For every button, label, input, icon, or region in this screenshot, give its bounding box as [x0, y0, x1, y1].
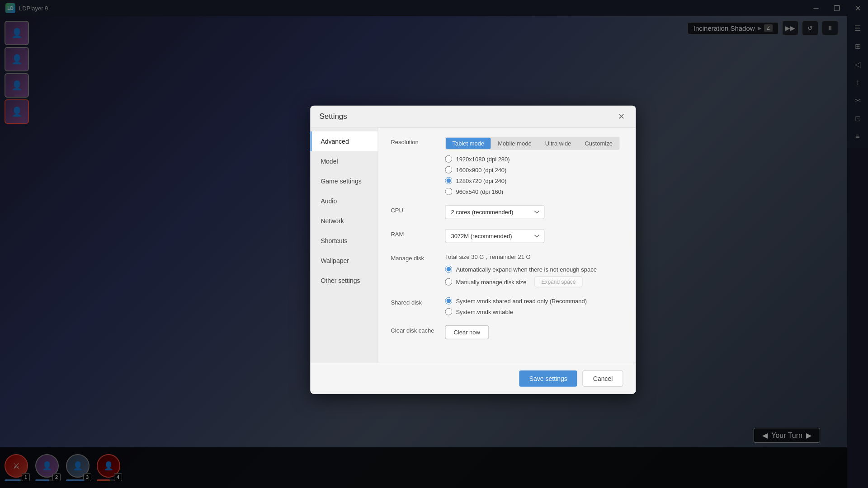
ram-row: RAM 1024M 2048M 3072M (recommended) 4096… — [391, 229, 623, 243]
manual-manage-option[interactable]: Manually manage disk size — [445, 278, 526, 286]
system-writable-radio[interactable] — [445, 308, 452, 315]
resolution-option-1280[interactable]: 1280x720 (dpi 240) — [445, 177, 623, 184]
dialog-title: Settings — [319, 112, 347, 121]
resolution-label-1920: 868x488 (dpi 280) — [456, 155, 509, 162]
dialog-content: Resolution Tablet mode Mobile mode Ultra… — [378, 128, 636, 363]
shared-disk-row: Shared disk System.vmdk shared and read … — [391, 297, 623, 315]
clear-disk-control: Clear now — [445, 325, 623, 339]
ram-select[interactable]: 1024M 2048M 3072M (recommended) 4096M — [445, 229, 544, 243]
dialog-close-button[interactable]: ✕ — [616, 111, 627, 122]
system-readonly-radio[interactable] — [445, 297, 452, 305]
settings-dialog: Settings ✕ Advanced Model Game settings … — [310, 106, 636, 394]
auto-expand-label: Automatically expand when there is not e… — [456, 266, 596, 272]
resolution-label: Resolution — [391, 137, 445, 145]
ram-control: 1024M 2048M 3072M (recommended) 4096M — [445, 229, 623, 243]
auto-expand-radio[interactable] — [445, 266, 452, 273]
nav-item-audio[interactable]: Audio — [310, 191, 377, 211]
tab-customize[interactable]: Customize — [578, 138, 618, 149]
clear-disk-label: Clear disk cache — [391, 325, 445, 334]
resolution-radio-1920[interactable] — [445, 155, 452, 163]
ram-label: RAM — [391, 229, 445, 238]
nav-item-game-settings[interactable]: Game settings — [310, 171, 377, 191]
shared-disk-label: Shared disk — [391, 297, 445, 306]
tab-tablet-mode[interactable]: Tablet mode — [446, 138, 491, 149]
system-writable-option[interactable]: System.vmdk writable — [445, 308, 623, 315]
dialog-header: Settings ✕ — [310, 106, 636, 128]
manage-disk-options: Automatically expand when there is not e… — [445, 266, 623, 287]
system-readonly-option[interactable]: System.vmdk shared and read only (Recomm… — [445, 297, 623, 305]
nav-item-advanced[interactable]: Advanced — [310, 131, 377, 151]
shared-disk-options: System.vmdk shared and read only (Recomm… — [445, 297, 623, 315]
tab-ultra-wide[interactable]: Ultra wide — [539, 138, 578, 149]
expand-space-button[interactable]: Expand space — [534, 277, 582, 287]
resolution-control: Tablet mode Mobile mode Ultra wide Custo… — [445, 137, 623, 195]
cpu-label: CPU — [391, 205, 445, 214]
nav-item-network[interactable]: Network — [310, 211, 377, 231]
auto-expand-option[interactable]: Automatically expand when there is not e… — [445, 266, 623, 273]
resolution-options: 868x488 (dpi 280) 1600x900 (dpi 240) 1… — [445, 155, 623, 195]
resolution-row: Resolution Tablet mode Mobile mode Ultra… — [391, 137, 623, 195]
system-readonly-label: System.vmdk shared and read only (Recomm… — [456, 297, 587, 304]
dialog-nav: Advanced Model Game settings Audio Netwo… — [310, 128, 378, 363]
cpu-control: 1 core 2 cores (recommended) 3 cores 4 c… — [445, 205, 623, 219]
system-writable-label: System.vmdk writable — [456, 308, 513, 315]
disk-info: Total size 30 G，remainder 21 G — [445, 253, 623, 261]
dialog-footer: Save settings Cancel — [310, 363, 636, 394]
shared-disk-control: System.vmdk shared and read only (Recomm… — [445, 297, 623, 315]
resolution-label-960: 960x540 (dpi 160) — [456, 188, 503, 195]
nav-item-other-settings[interactable]: Other settings — [310, 271, 377, 291]
resolution-label-1280: 1280x720 (dpi 240) — [456, 177, 506, 184]
resolution-tabs: Tablet mode Mobile mode Ultra wide Custo… — [445, 137, 619, 150]
cancel-button[interactable]: Cancel — [583, 371, 623, 387]
nav-item-shortcuts[interactable]: Shortcuts — [310, 231, 377, 251]
manual-manage-radio[interactable] — [445, 278, 452, 286]
manage-disk-label: Manage disk — [391, 253, 445, 262]
tab-mobile-mode[interactable]: Mobile mode — [491, 138, 538, 149]
clear-now-button[interactable]: Clear now — [445, 325, 489, 339]
clear-disk-row: Clear disk cache Clear now — [391, 325, 623, 339]
cpu-row: CPU 1 core 2 cores (recommended) 3 cores… — [391, 205, 623, 219]
manage-disk-row: Manage disk Total size 30 G，remainder 21… — [391, 253, 623, 287]
resolution-radio-1600[interactable] — [445, 166, 452, 174]
resolution-radio-1280[interactable] — [445, 177, 452, 184]
dialog-body: Advanced Model Game settings Audio Netwo… — [310, 128, 636, 363]
resolution-option-1600[interactable]: 1600x900 (dpi 240) — [445, 166, 623, 174]
manual-manage-label: Manually manage disk size — [456, 278, 526, 285]
save-settings-button[interactable]: Save settings — [519, 371, 577, 387]
manual-manage-row: Manually manage disk size Expand space — [445, 277, 623, 287]
resolution-option-1920[interactable]: 868x488 (dpi 280) — [445, 155, 623, 163]
resolution-radio-960[interactable] — [445, 188, 452, 195]
nav-item-model[interactable]: Model — [310, 151, 377, 171]
cpu-select[interactable]: 1 core 2 cores (recommended) 3 cores 4 c… — [445, 205, 544, 219]
resolution-label-1600: 1600x900 (dpi 240) — [456, 166, 506, 173]
manage-disk-control: Total size 30 G，remainder 21 G Automatic… — [445, 253, 623, 287]
resolution-option-960[interactable]: 960x540 (dpi 160) — [445, 188, 623, 195]
nav-item-wallpaper[interactable]: Wallpaper — [310, 251, 377, 271]
